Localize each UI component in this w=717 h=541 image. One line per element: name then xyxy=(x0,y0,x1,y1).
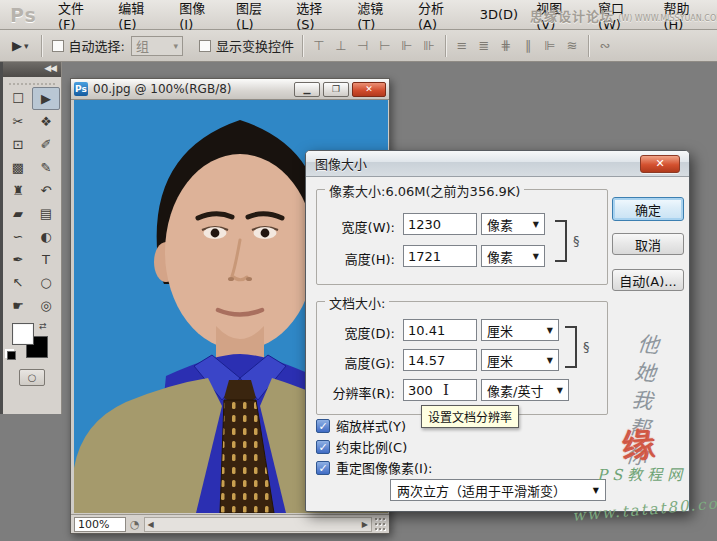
resample-method-select[interactable]: 两次立方（适用于平滑渐变） ▼ xyxy=(390,479,606,501)
eraser-tool-icon: ▰ xyxy=(13,206,23,221)
gradient-tool[interactable]: ▤ xyxy=(32,202,60,225)
type-tool[interactable]: T xyxy=(32,248,60,271)
panel-grip[interactable] xyxy=(9,79,55,85)
resolution-input[interactable] xyxy=(403,379,477,401)
scroll-right-icon[interactable]: ▶ xyxy=(359,520,371,529)
doc-width-unit-select[interactable]: 厘米 ▼ xyxy=(481,319,559,341)
smudge-tool[interactable]: ∽ xyxy=(4,225,32,248)
checkbox-row-3: ✓重定图像像素(I): xyxy=(316,457,432,478)
auto-select-checkbox[interactable] xyxy=(52,40,64,52)
clone-stamp-tool[interactable]: ♜ xyxy=(4,179,32,202)
horizontal-scrollbar[interactable]: ◀ ▶ xyxy=(144,517,372,532)
align-horizontal-centers-icon[interactable]: ⊩ xyxy=(399,38,415,53)
checkbox-row-2: ✓约束比例(C) xyxy=(316,436,432,457)
rectangular-marquee-tool-icon: ☐ xyxy=(12,91,24,106)
resolution-unit-select[interactable]: 像素/英寸 ▼ xyxy=(481,379,569,401)
options-separator xyxy=(41,35,42,57)
pixel-height-unit-select[interactable]: 像素 ▼ xyxy=(481,245,545,267)
auto-select-target-select[interactable]: 组 ▾ xyxy=(131,36,183,56)
doc-width-input[interactable] xyxy=(403,319,477,341)
align-right-edges-icon[interactable]: ⊪ xyxy=(421,38,437,53)
menu-item-2[interactable]: 编辑(E) xyxy=(109,0,170,29)
dialog-titlebar[interactable]: 图像大小 ✕ xyxy=(306,151,689,177)
path-selection-tool[interactable]: ↖ xyxy=(4,271,32,294)
pen-tool[interactable]: ✒ xyxy=(4,248,32,271)
checkbox-row-1: ✓缩放样式(Y) xyxy=(316,415,432,436)
distribute-horizontal-centers-icon[interactable]: ⊫ xyxy=(542,38,558,53)
maximize-button[interactable]: ❐ xyxy=(323,82,349,97)
pixel-width-input[interactable] xyxy=(403,213,477,235)
show-transform-checkbox[interactable] xyxy=(199,40,211,52)
lasso-tool[interactable]: ✂ xyxy=(4,110,32,133)
quick-mask-button[interactable]: ○ xyxy=(19,369,45,386)
distribute-bottom-edges-icon[interactable]: ⋕ xyxy=(498,38,514,53)
dodge-tool[interactable]: ◐ xyxy=(32,225,60,248)
move-tool-icon[interactable]: ▶ xyxy=(12,38,22,53)
brush-tool-icon: ✎ xyxy=(41,160,52,175)
menu-item-4[interactable]: 图层(L) xyxy=(227,0,287,29)
checkbox-3[interactable]: ✓ xyxy=(316,461,330,475)
auto-button[interactable]: 自动(A)... xyxy=(612,269,684,291)
auto-align-layers-icon[interactable]: ∾ xyxy=(597,38,613,53)
distribute-left-edges-icon[interactable]: ∥ xyxy=(520,38,536,53)
menu-item-8[interactable]: 3D(D) xyxy=(471,0,527,29)
align-top-edges-icon[interactable]: ⊤ xyxy=(311,38,327,53)
menu-item-5[interactable]: 选择(S) xyxy=(287,0,348,29)
brush-tool[interactable]: ✎ xyxy=(32,156,60,179)
dialog-checkboxes: ✓缩放样式(Y)✓约束比例(C)✓重定图像像素(I): xyxy=(316,415,432,478)
tool-preset-dropdown-icon[interactable]: ▾ xyxy=(24,41,29,51)
hand-tool-icon: ☛ xyxy=(12,298,24,313)
foreground-color-swatch[interactable] xyxy=(12,323,34,345)
move-tool[interactable]: ▶ xyxy=(32,87,60,110)
menu-item-9[interactable]: 视图(V) xyxy=(527,0,589,29)
eraser-tool[interactable]: ▰ xyxy=(4,202,32,225)
panel-collapse-header[interactable]: ◀◀ xyxy=(3,62,61,77)
default-colors-icon[interactable] xyxy=(7,351,16,360)
spot-healing-brush-tool[interactable]: ▩ xyxy=(4,156,32,179)
resize-grip[interactable] xyxy=(374,517,388,532)
menu-item-1[interactable]: 文件(F) xyxy=(49,0,109,29)
crop-tool[interactable]: ⊡ xyxy=(4,133,32,156)
status-clock-icon[interactable]: ◔ xyxy=(130,518,140,531)
image-size-dialog: 图像大小 ✕ 像素大小:6.06M(之前为356.9K) 宽度(W): 像素 ▼… xyxy=(305,150,690,512)
eyedropper-tool[interactable]: ✐ xyxy=(32,133,60,156)
pixel-width-unit-select[interactable]: 像素 ▼ xyxy=(481,213,545,235)
doc-height-unit-select[interactable]: 厘米 ▼ xyxy=(481,349,559,371)
checkbox-1[interactable]: ✓ xyxy=(316,419,330,433)
cancel-button[interactable]: 取消 xyxy=(612,233,684,255)
menu-item-11[interactable]: 帮助(H) xyxy=(654,0,717,29)
history-brush-tool[interactable]: ↶ xyxy=(32,179,60,202)
scroll-left-icon[interactable]: ◀ xyxy=(145,520,157,529)
checkbox-label-2[interactable]: 约束比例(C) xyxy=(336,437,407,456)
menu-item-10[interactable]: 窗口(W) xyxy=(589,0,655,29)
zoom-level-field[interactable]: 100% xyxy=(74,517,126,532)
checkbox-2[interactable]: ✓ xyxy=(316,440,330,454)
minimize-button[interactable]: ▁ xyxy=(294,82,320,97)
options-separator xyxy=(302,35,303,57)
document-titlebar[interactable]: Ps 00.jpg @ 100%(RGB/8) ▁ ❐ ✕ xyxy=(71,79,389,100)
pixel-height-input[interactable] xyxy=(403,245,477,267)
zoom-tool[interactable]: ◎ xyxy=(32,294,60,317)
distribute-vertical-centers-icon[interactable]: ≣ xyxy=(476,38,492,53)
distribute-top-edges-icon[interactable]: ≡ xyxy=(454,38,470,53)
rectangular-marquee-tool[interactable]: ☐ xyxy=(4,87,32,110)
shape-tool[interactable]: ○ xyxy=(32,271,60,294)
menu-item-7[interactable]: 分析(A) xyxy=(409,0,471,29)
doc-height-input[interactable] xyxy=(403,349,477,371)
align-left-edges-icon[interactable]: ⊢ xyxy=(377,38,393,53)
close-button[interactable]: ✕ xyxy=(352,82,386,97)
gradient-tool-icon: ▤ xyxy=(40,206,52,221)
ok-button[interactable]: 确定 xyxy=(612,197,684,221)
hand-tool[interactable]: ☛ xyxy=(4,294,32,317)
menu-item-6[interactable]: 滤镜(T) xyxy=(348,0,409,29)
swap-colors-icon[interactable]: ⇄ xyxy=(39,321,47,331)
quick-selection-tool[interactable]: ❖ xyxy=(32,110,60,133)
dialog-close-button[interactable]: ✕ xyxy=(640,155,680,173)
distribute-right-edges-icon[interactable]: ≋ xyxy=(564,38,580,53)
quick-selection-tool-icon: ❖ xyxy=(40,114,52,129)
checkbox-label-3[interactable]: 重定图像像素(I): xyxy=(336,458,432,477)
align-vertical-centers-icon[interactable]: ⊥ xyxy=(333,38,349,53)
menu-item-3[interactable]: 图像(I) xyxy=(170,0,227,29)
align-bottom-edges-icon[interactable]: ⊣ xyxy=(355,38,371,53)
checkbox-label-1[interactable]: 缩放样式(Y) xyxy=(336,416,406,435)
